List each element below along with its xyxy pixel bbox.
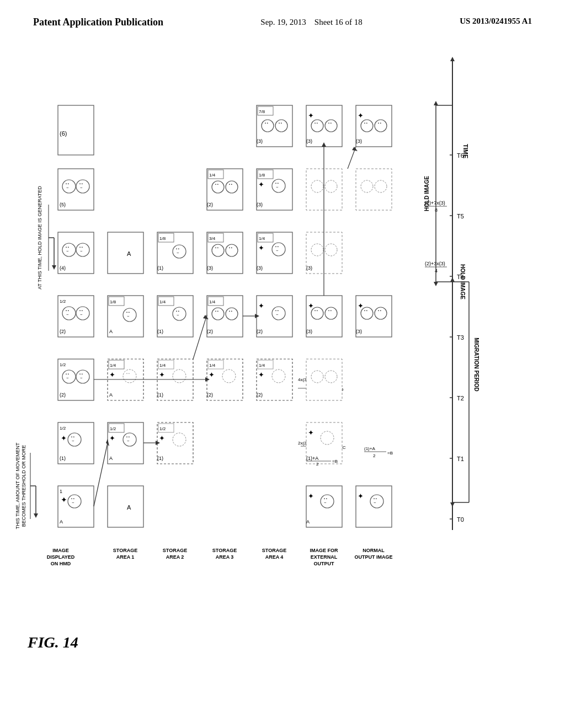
svg-point-237 — [325, 371, 337, 383]
svg-text:STORAGE: STORAGE — [163, 548, 187, 553]
svg-text:1/4: 1/4 — [259, 236, 265, 241]
svg-text:A: A — [60, 519, 63, 524]
svg-point-247 — [325, 244, 337, 256]
svg-text:(3): (3) — [257, 265, 263, 271]
svg-text:ON HMD: ON HMD — [51, 561, 71, 566]
svg-point-124 — [123, 308, 136, 322]
svg-point-82 — [76, 307, 89, 320]
main-content: THIS TIME, AMOUNT OF MOVEMENT BECOMES TH… — [0, 34, 565, 718]
svg-point-73 — [76, 370, 89, 383]
svg-text:1/4: 1/4 — [159, 363, 166, 368]
svg-point-87 — [62, 243, 76, 256]
publication-title: Patent Application Publication — [33, 17, 163, 28]
svg-point-57 — [68, 495, 81, 508]
svg-text:EXTERNAL: EXTERNAL — [311, 554, 338, 560]
svg-point-160 — [222, 370, 236, 383]
svg-point-246 — [311, 244, 323, 256]
svg-point-272 — [361, 180, 373, 192]
svg-text:STORAGE: STORAGE — [262, 548, 286, 553]
svg-marker-12 — [450, 57, 455, 61]
svg-text:(2): (2) — [257, 392, 263, 398]
svg-text:• •: • • — [315, 121, 318, 125]
svg-point-202 — [272, 243, 285, 256]
svg-text:BECOMES THRESHOLD OR MORE: BECOMES THRESHOLD OR MORE — [21, 445, 26, 527]
svg-text:(2): (2) — [257, 329, 263, 334]
svg-text:⌣: ⌣ — [127, 314, 130, 318]
svg-text:A: A — [306, 519, 310, 524]
svg-text:1/2: 1/2 — [60, 426, 66, 431]
svg-text:✦: ✦ — [109, 434, 115, 442]
svg-rect-128 — [108, 232, 143, 274]
svg-point-98 — [76, 180, 89, 193]
svg-text:⌣: ⌣ — [72, 438, 74, 442]
svg-text:(5): (5) — [60, 202, 66, 207]
svg-point-251 — [325, 180, 337, 192]
svg-text:=B: =B — [332, 459, 338, 464]
svg-text:OUTPUT: OUTPUT — [314, 561, 335, 566]
svg-text:1/2: 1/2 — [110, 426, 116, 431]
svg-text:⌣: ⌣ — [66, 312, 69, 316]
svg-text:⌣: ⌣ — [66, 376, 69, 379]
svg-text:(6): (6) — [60, 130, 67, 137]
svg-text:T5: T5 — [457, 213, 464, 220]
svg-text:⌣: ⌣ — [276, 312, 279, 316]
svg-text:(3): (3) — [356, 138, 362, 144]
svg-text:AREA 4: AREA 4 — [265, 554, 284, 560]
svg-point-250 — [311, 180, 323, 192]
svg-text:7/8: 7/8 — [259, 109, 265, 114]
svg-text:✦: ✦ — [258, 371, 264, 379]
svg-text:AT THIS TIME, HOLD IMAGE IS GE: AT THIS TIME, HOLD IMAGE IS GENERATED — [37, 186, 42, 290]
svg-text:2: 2 — [373, 453, 376, 458]
svg-text:(3): (3) — [257, 202, 263, 207]
svg-text:AREA 3: AREA 3 — [216, 554, 234, 560]
page-header: Patent Application Publication Sep. 19, … — [0, 0, 565, 34]
svg-text:• •: • • — [328, 121, 332, 125]
svg-text:⌣: ⌣ — [276, 248, 279, 252]
svg-rect-104 — [108, 486, 143, 527]
svg-marker-19 — [450, 277, 455, 282]
svg-text:(2): (2) — [60, 329, 66, 334]
svg-text:• •: • • — [315, 309, 318, 312]
svg-text:1/4: 1/4 — [110, 363, 116, 368]
figure-label: FIG. 14 — [28, 634, 78, 651]
svg-point-95 — [62, 180, 76, 193]
svg-text:(3): (3) — [207, 265, 213, 271]
svg-text:• •: • • — [215, 309, 218, 313]
svg-point-224 — [321, 495, 334, 508]
svg-text:✦: ✦ — [61, 495, 67, 504]
svg-text:• •: • • — [229, 183, 232, 186]
svg-text:T3: T3 — [457, 334, 464, 341]
svg-point-79 — [62, 307, 76, 320]
svg-text:T1: T1 — [457, 456, 464, 462]
svg-text:⌣: ⌣ — [177, 250, 179, 254]
svg-text:1/8: 1/8 — [159, 236, 166, 241]
svg-text:T0: T0 — [457, 516, 464, 523]
svg-text:1/2: 1/2 — [60, 299, 66, 304]
svg-line-281 — [94, 443, 108, 506]
svg-marker-294 — [352, 147, 358, 151]
svg-text:(2): (2) — [207, 202, 213, 207]
svg-text:1/4: 1/4 — [259, 363, 265, 368]
svg-text:1/8: 1/8 — [110, 299, 116, 304]
svg-text:IMAGE: IMAGE — [52, 548, 69, 553]
patent-number: US 2013/0241955 A1 — [460, 17, 532, 26]
publication-info: Sep. 19, 2013 Sheet 16 of 18 — [260, 17, 363, 28]
sheet-info: Sheet 16 of 18 — [315, 18, 363, 26]
svg-text:⌣: ⌣ — [80, 185, 83, 189]
svg-text:(3): (3) — [257, 138, 263, 144]
svg-text:✦: ✦ — [308, 429, 314, 437]
svg-marker-20 — [450, 502, 455, 507]
svg-marker-314 — [434, 101, 438, 105]
svg-text:(3): (3) — [306, 138, 312, 144]
svg-text:• •: • • — [229, 309, 232, 313]
svg-text:⌣: ⌣ — [276, 185, 279, 189]
svg-text:(1): (1) — [157, 329, 163, 334]
svg-point-190 — [272, 370, 285, 383]
svg-text:1: 1 — [60, 489, 62, 494]
svg-text:(1)+A: (1)+A — [364, 446, 375, 451]
svg-text:⌣: ⌣ — [66, 185, 69, 189]
svg-marker-5 — [34, 513, 38, 518]
svg-text:⌣: ⌣ — [324, 500, 327, 504]
svg-text:1/2: 1/2 — [159, 426, 166, 431]
svg-marker-10 — [52, 265, 56, 270]
